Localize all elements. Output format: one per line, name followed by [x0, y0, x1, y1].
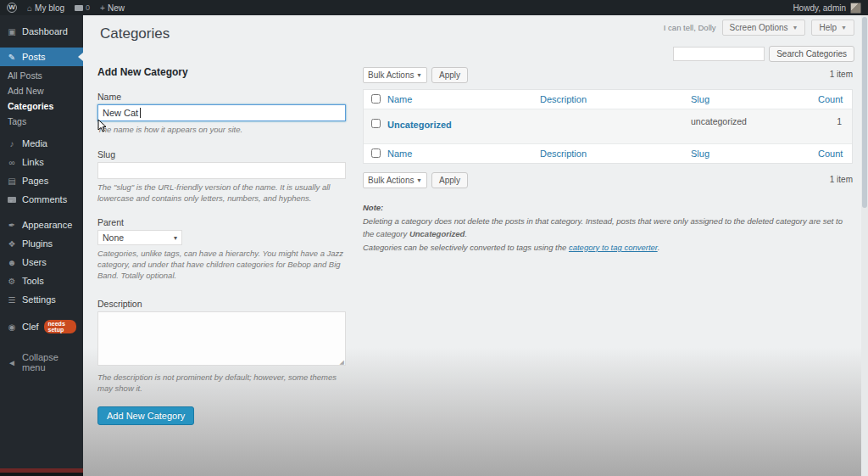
note-block: Note: Deleting a category does not delet… — [363, 202, 853, 254]
sidebar-item-links[interactable]: ∞ Links — [0, 153, 83, 171]
category-count-cell[interactable]: 1 — [818, 116, 852, 126]
sidebar-item-plugins[interactable]: ❖ Plugins — [0, 234, 83, 253]
top-utility-row: I can tell, Dolly Screen Options ▼ Help … — [664, 20, 854, 36]
row-checkbox[interactable] — [371, 119, 381, 128]
category-description-textarea[interactable] — [97, 311, 346, 366]
item-count-bottom: 1 item — [830, 175, 853, 184]
select-all-checkbox-bottom[interactable] — [371, 148, 381, 158]
collapse-icon: ◄ — [7, 358, 17, 367]
hello-dolly-lyric: I can tell, Dolly — [664, 23, 716, 32]
category-name-link[interactable]: Uncategorized — [387, 120, 452, 130]
note-line-1: Deleting a category does not delete the … — [363, 216, 853, 240]
note-line-2: Categories can be selectively converted … — [363, 242, 853, 254]
sidebar-item-dashboard[interactable]: ▣ Dashboard — [0, 22, 83, 41]
column-footer-name[interactable]: Name — [387, 148, 540, 159]
plus-icon: + — [100, 3, 105, 13]
bulk-actions-row-bottom: Bulk Actions ▼ Apply 1 item — [363, 171, 853, 188]
apply-button-top[interactable]: Apply — [431, 67, 468, 83]
select-arrow-icon: ▼ — [416, 177, 422, 183]
column-footer-slug[interactable]: Slug — [691, 148, 818, 159]
sidebar-label: Comments — [22, 194, 67, 204]
pushpin-icon: ✎ — [7, 53, 17, 62]
category-to-tag-converter-link[interactable]: category to tag converter — [569, 243, 658, 252]
sidebar-item-settings[interactable]: ☰ Settings — [0, 290, 83, 309]
plugins-icon: ❖ — [7, 239, 17, 249]
bulk-actions-select-top[interactable]: Bulk Actions ▼ — [363, 67, 427, 83]
parent-select[interactable]: None ▾ — [97, 230, 182, 245]
account-menu[interactable]: Howdy, admin — [793, 3, 861, 14]
add-new-category-button[interactable]: Add New Category — [97, 406, 194, 425]
tools-icon: ⚙ — [7, 277, 17, 286]
select-arrow-icon: ▾ — [174, 234, 177, 242]
new-label: New — [108, 3, 125, 13]
apply-button-bottom[interactable]: Apply — [431, 172, 468, 188]
posts-submenu: All Posts Add New Categories Tags — [0, 66, 83, 134]
appearance-icon: ✒ — [7, 221, 17, 230]
search-categories-input[interactable] — [673, 47, 765, 61]
chevron-down-icon: ▼ — [841, 25, 847, 31]
sidebar-item-appearance[interactable]: ✒ Appearance — [0, 216, 83, 234]
wordpress-logo-icon: W — [7, 3, 17, 13]
name-help-text: The name is how it appears on your site. — [97, 125, 346, 136]
sidebar-item-categories[interactable]: Categories — [0, 98, 83, 114]
column-footer-count[interactable]: Count — [818, 148, 853, 159]
column-header-slug[interactable]: Slug — [691, 94, 818, 104]
select-all-checkbox-top[interactable] — [371, 94, 381, 104]
help-button[interactable]: Help ▼ — [811, 20, 854, 36]
bulk-actions-label: Bulk Actions — [368, 70, 414, 80]
category-name-input[interactable] — [97, 104, 346, 121]
sidebar-item-tools[interactable]: ⚙ Tools — [0, 272, 83, 290]
sidebar-item-comments[interactable]: Comments — [0, 190, 83, 209]
sidebar-label: Dashboard — [22, 26, 68, 36]
sidebar-item-clef[interactable]: ◉ Clef needs setup — [0, 316, 83, 338]
sidebar-item-all-posts[interactable]: All Posts — [0, 68, 83, 83]
comment-bubble-icon — [75, 5, 83, 11]
description-help-text: The description is not prominent by defa… — [97, 372, 346, 395]
sidebar-item-pages[interactable]: ▤ Pages — [0, 171, 83, 190]
clef-icon: ◉ — [7, 322, 17, 332]
wp-logo-menu[interactable]: W — [7, 3, 17, 13]
users-icon: ☻ — [7, 258, 17, 267]
resize-grip-icon[interactable]: ◢ — [340, 359, 344, 366]
home-icon: ⌂ — [27, 3, 32, 13]
column-header-count[interactable]: Count — [818, 94, 853, 104]
form-heading: Add New Category — [97, 66, 346, 78]
sidebar-item-posts[interactable]: ✎ Posts — [0, 48, 83, 66]
pages-icon: ▤ — [7, 176, 17, 186]
column-header-name[interactable]: Name — [387, 94, 540, 104]
page-title: Categories — [100, 25, 170, 42]
admin-sidebar: ▣ Dashboard ✎ Posts All Posts Add New Ca… — [0, 15, 83, 468]
dashboard-icon: ▣ — [7, 27, 17, 36]
active-menu-notch — [78, 53, 83, 61]
scrollbar-thumb[interactable] — [862, 17, 867, 208]
sidebar-label: Collapse menu — [22, 352, 76, 372]
scrollbar-track[interactable] — [861, 15, 868, 476]
sidebar-label: Media — [22, 138, 47, 148]
needs-setup-badge: needs setup — [44, 320, 76, 333]
search-categories-button[interactable]: Search Categories — [769, 46, 854, 62]
item-count-top: 1 item — [830, 70, 853, 79]
comment-count: 0 — [86, 3, 90, 12]
column-footer-description[interactable]: Description — [540, 148, 691, 159]
sidebar-item-add-new[interactable]: Add New — [0, 83, 83, 98]
avatar — [850, 3, 861, 14]
screen-options-button[interactable]: Screen Options ▼ — [722, 20, 806, 36]
sidebar-item-collapse-menu[interactable]: ◄ Collapse menu — [0, 348, 83, 377]
note-uncategorized: Uncategorized — [409, 229, 465, 238]
slug-help-text: The "slug" is the URL-friendly version o… — [97, 182, 346, 204]
name-label: Name — [97, 92, 346, 102]
category-slug-input[interactable] — [97, 162, 346, 179]
wordpress-admin-screen: W ⌂ My blog 0 + New Howdy, admin ▣ Dashb… — [0, 0, 868, 476]
chevron-down-icon: ▼ — [793, 25, 798, 31]
site-name-link[interactable]: ⌂ My blog — [27, 3, 64, 13]
sidebar-label: Plugins — [22, 238, 53, 249]
column-header-description[interactable]: Description — [540, 94, 691, 104]
sidebar-item-media[interactable]: ♪ Media — [0, 134, 83, 153]
new-content-menu[interactable]: + New — [100, 3, 125, 13]
sidebar-item-tags[interactable]: Tags — [0, 114, 83, 129]
table-header-row: Name Description Slug Count — [364, 90, 852, 109]
bulk-actions-select-bottom[interactable]: Bulk Actions ▼ — [363, 172, 427, 188]
sidebar-item-users[interactable]: ☻ Users — [0, 253, 83, 272]
sidebar-label: Pages — [22, 176, 48, 186]
comments-admin-link[interactable]: 0 — [75, 3, 90, 12]
